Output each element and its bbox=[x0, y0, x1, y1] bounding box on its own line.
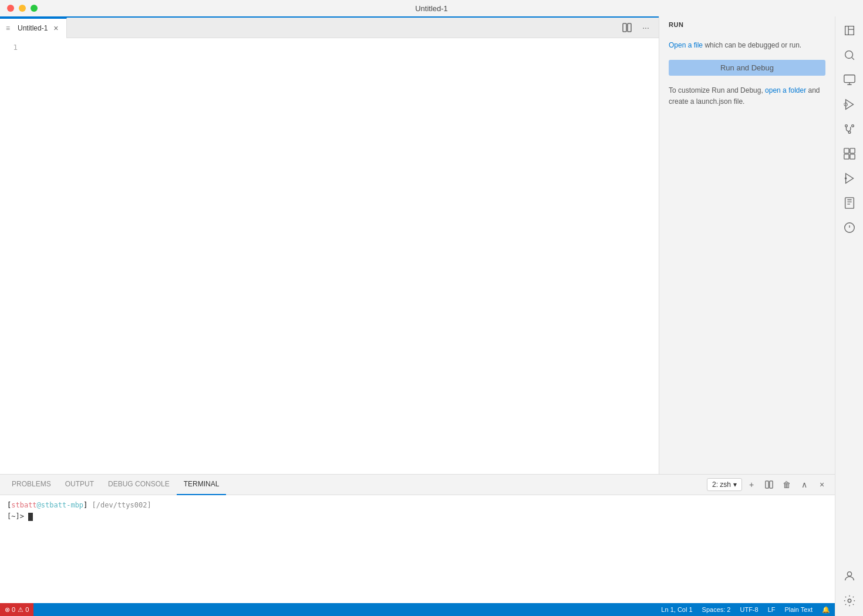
run-panel: RUN Open a file which can be debugged or… bbox=[659, 16, 835, 474]
split-terminal-button[interactable] bbox=[761, 476, 777, 493]
run-debug-activity-icon[interactable] bbox=[838, 93, 861, 116]
status-bar: ⊗ 0 ⚠ 0 Ln 1, Col 1 Spaces: 2 UTF-8 LF P… bbox=[0, 603, 835, 616]
minimize-button[interactable] bbox=[19, 5, 26, 12]
svg-point-18 bbox=[847, 572, 851, 576]
remote-explorer-icon[interactable] bbox=[838, 68, 861, 92]
close-panel-button[interactable]: × bbox=[814, 476, 830, 493]
customize-prefix: To customize Run and Debug, bbox=[669, 86, 765, 94]
svg-rect-0 bbox=[623, 23, 626, 32]
status-position[interactable]: Ln 1, Col 1 bbox=[656, 603, 697, 616]
tab-debug-console[interactable]: DEBUG CONSOLE bbox=[101, 475, 177, 495]
titlebar: Untitled-1 bbox=[0, 0, 863, 16]
warning-count: ⚠ 0 bbox=[18, 606, 29, 614]
unknown-top-icon[interactable] bbox=[838, 167, 861, 190]
svg-rect-3 bbox=[770, 481, 773, 488]
svg-point-15 bbox=[844, 177, 847, 180]
terminal-cursor bbox=[28, 513, 33, 521]
status-line-ending[interactable]: LF bbox=[763, 603, 780, 616]
editor-run-area: ≡ Untitled-1 × ··· 1 bbox=[0, 16, 835, 474]
tab-title: Untitled-1 bbox=[18, 24, 48, 32]
line-number: 1 bbox=[0, 43, 18, 52]
search-icon[interactable] bbox=[838, 43, 861, 67]
svg-marker-6 bbox=[845, 100, 853, 110]
tab-close-button[interactable]: × bbox=[51, 23, 60, 33]
panel-tabs: PROBLEMS OUTPUT DEBUG CONSOLE TERMINAL 2… bbox=[0, 475, 835, 495]
maximize-panel-button[interactable]: ∧ bbox=[796, 476, 813, 493]
tab-bar: ≡ Untitled-1 × ··· bbox=[0, 18, 659, 38]
svg-rect-2 bbox=[766, 481, 768, 488]
panel-tab-actions: 2: zsh ▾ + 🗑 ∧ × bbox=[707, 476, 830, 493]
svg-rect-12 bbox=[849, 148, 854, 153]
status-right: Ln 1, Col 1 Spaces: 2 UTF-8 LF Plain Tex… bbox=[656, 603, 835, 616]
split-editor-button[interactable] bbox=[619, 19, 635, 36]
terminal-shell-label: 2: zsh bbox=[712, 480, 731, 489]
svg-rect-1 bbox=[628, 23, 631, 32]
terminal-body[interactable]: [stbatt@stbatt-mbp] [/dev/ttys002] [~]> bbox=[0, 495, 835, 603]
content-area: ≡ Untitled-1 × ··· 1 bbox=[0, 16, 835, 616]
svg-point-19 bbox=[848, 599, 851, 603]
tab-problems[interactable]: PROBLEMS bbox=[5, 475, 58, 495]
run-header: RUN bbox=[659, 16, 835, 33]
run-customize: To customize Run and Debug, open a folde… bbox=[669, 85, 825, 107]
terminal-prompt: [~]> bbox=[7, 512, 28, 520]
maximize-button[interactable] bbox=[31, 5, 38, 12]
terminal-separator: @ bbox=[37, 501, 41, 509]
svg-rect-11 bbox=[844, 148, 848, 153]
source-control-icon[interactable] bbox=[838, 117, 861, 141]
main-layout: ≡ Untitled-1 × ··· 1 bbox=[0, 16, 863, 616]
svg-rect-16 bbox=[845, 198, 854, 208]
debug-console-icon[interactable] bbox=[838, 216, 861, 239]
terminal-line-1: [stbatt@stbatt-mbp] [/dev/ttys002] bbox=[7, 500, 828, 511]
chevron-down-icon: ▾ bbox=[733, 480, 737, 489]
run-content: Open a file which can be debugged or run… bbox=[659, 33, 835, 474]
status-language[interactable]: Plain Text bbox=[780, 603, 818, 616]
tab-output[interactable]: OUTPUT bbox=[58, 475, 101, 495]
run-message: Open a file which can be debugged or run… bbox=[669, 40, 825, 50]
terminal-shell-select[interactable]: 2: zsh ▾ bbox=[707, 478, 742, 491]
svg-rect-13 bbox=[844, 154, 848, 159]
svg-point-4 bbox=[845, 51, 852, 59]
status-left: ⊗ 0 ⚠ 0 bbox=[0, 603, 33, 616]
open-file-rest: which can be debugged or run. bbox=[703, 41, 801, 49]
notebook-icon[interactable] bbox=[838, 191, 861, 215]
editor-container: ≡ Untitled-1 × ··· 1 bbox=[0, 16, 659, 474]
terminal-path: /dev/ttys002 bbox=[96, 501, 147, 509]
terminal-host: stbatt-mbp bbox=[41, 501, 83, 509]
explorer-icon[interactable] bbox=[838, 19, 861, 42]
svg-rect-14 bbox=[849, 154, 854, 159]
kill-terminal-button[interactable]: 🗑 bbox=[778, 476, 795, 493]
tab-actions: ··· bbox=[619, 19, 659, 36]
tab-file-icon: ≡ bbox=[6, 24, 14, 32]
terminal-path-bracket-open: [ bbox=[87, 501, 96, 509]
status-spaces[interactable]: Spaces: 2 bbox=[697, 603, 736, 616]
more-actions-button[interactable]: ··· bbox=[638, 19, 654, 36]
run-debug-button[interactable]: Run and Debug bbox=[669, 60, 825, 76]
activity-bar bbox=[835, 16, 863, 616]
terminal-user: stbatt bbox=[11, 501, 36, 509]
status-notification-icon[interactable]: 🔔 bbox=[817, 603, 835, 616]
open-file-link[interactable]: Open a file bbox=[669, 41, 703, 49]
editor-content[interactable] bbox=[23, 38, 659, 474]
account-icon[interactable] bbox=[838, 564, 861, 588]
status-encoding[interactable]: UTF-8 bbox=[735, 603, 763, 616]
status-errors-button[interactable]: ⊗ 0 ⚠ 0 bbox=[0, 603, 33, 616]
tab-terminal[interactable]: TERMINAL bbox=[177, 475, 227, 495]
svg-point-9 bbox=[851, 125, 854, 127]
svg-point-8 bbox=[845, 125, 847, 127]
settings-icon[interactable] bbox=[838, 589, 861, 612]
editor-body: 1 bbox=[0, 38, 659, 474]
svg-rect-5 bbox=[844, 75, 854, 83]
extensions-icon[interactable] bbox=[838, 142, 861, 165]
editor-tab[interactable]: ≡ Untitled-1 × bbox=[0, 18, 67, 38]
new-terminal-button[interactable]: + bbox=[743, 476, 760, 493]
window-title: Untitled-1 bbox=[415, 4, 448, 13]
window-controls bbox=[7, 5, 38, 12]
open-folder-link[interactable]: open a folder bbox=[765, 86, 806, 94]
close-button[interactable] bbox=[7, 5, 14, 12]
error-count: ⊗ 0 bbox=[5, 606, 15, 614]
terminal-line-2: [~]> bbox=[7, 511, 828, 522]
line-numbers: 1 bbox=[0, 38, 23, 474]
terminal-path-bracket-close: ] bbox=[147, 501, 151, 509]
panel: PROBLEMS OUTPUT DEBUG CONSOLE TERMINAL 2… bbox=[0, 474, 835, 603]
